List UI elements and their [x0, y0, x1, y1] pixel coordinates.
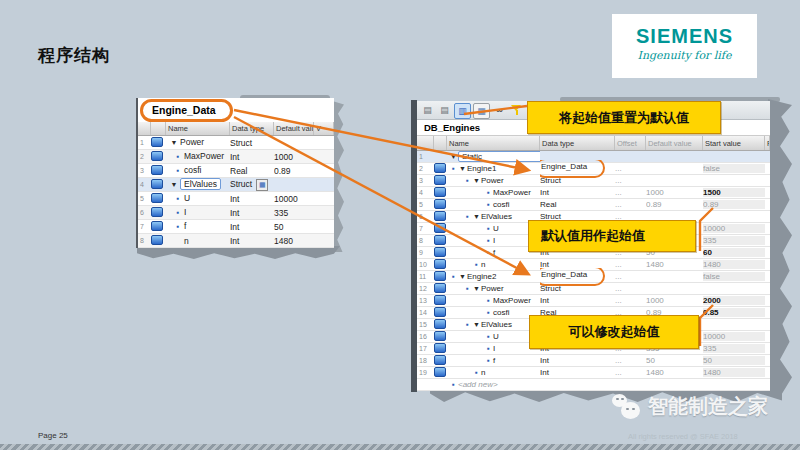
data-type[interactable]: Struct [230, 179, 252, 189]
variable-name[interactable]: n [481, 368, 485, 377]
default-value[interactable]: 50 [646, 356, 703, 365]
variable-name[interactable]: I [493, 344, 495, 353]
table-row[interactable]: 7 ▪f Int 50 [138, 220, 334, 234]
variable-name[interactable]: U [493, 224, 499, 233]
variable-name[interactable]: Power [481, 176, 504, 185]
expander-icon[interactable]: ▪▼ [463, 176, 481, 185]
expander-icon[interactable]: ▪▼ [463, 284, 481, 293]
column-header-visible[interactable]: V [314, 122, 334, 135]
expander-icon[interactable]: ▪ [484, 236, 493, 245]
expander-icon[interactable]: ▼ [168, 137, 180, 147]
variable-name[interactable]: MaxPower [493, 296, 531, 305]
table-row[interactable]: 18 ▪f Int ... 50 50 [417, 355, 770, 367]
filter-icon[interactable] [509, 103, 524, 117]
expander-icon[interactable]: ▼ [168, 179, 180, 189]
table-row[interactable]: ▪<add new> [417, 379, 770, 391]
expander-icon[interactable]: ▪ [484, 332, 493, 341]
data-type[interactable]: Real [540, 200, 556, 209]
default-value[interactable]: 1480 [646, 368, 703, 377]
snapshot-icon[interactable]: ∞ [492, 103, 507, 117]
expander-icon[interactable] [172, 236, 184, 246]
expander-icon[interactable]: ▪ [172, 221, 184, 231]
expander-icon[interactable]: ▪ [484, 200, 493, 209]
data-type[interactable]: Int [540, 188, 549, 197]
data-type[interactable]: Int [230, 222, 239, 232]
default-value[interactable]: 1000 [274, 152, 314, 162]
table-row[interactable]: 11 ▪▼Engine2 Engine_Data ... false [417, 271, 770, 283]
column-header-retain[interactable]: R [765, 136, 770, 150]
table-row[interactable]: 2 ▪MaxPower Int 1000 [138, 150, 334, 164]
default-value[interactable]: 335 [274, 208, 314, 218]
table-row[interactable]: 6 ▪I Int 335 [138, 206, 334, 220]
expander-icon[interactable]: ▪ [463, 368, 481, 377]
default-value[interactable]: 1000 [646, 296, 703, 305]
variable-name[interactable]: MaxPower [184, 151, 224, 161]
column-header-datatype[interactable]: Data type [230, 122, 274, 135]
table-row[interactable]: 4 ▼ElValues Struct [138, 178, 334, 192]
column-header-start[interactable]: Start value [703, 136, 765, 150]
variable-name[interactable]: f [184, 221, 186, 231]
variable-name[interactable]: n [481, 260, 485, 269]
expander-icon[interactable]: ▪ [172, 151, 184, 161]
variable-name[interactable]: f [493, 248, 495, 257]
variable-name[interactable]: Engine2 [467, 272, 496, 281]
variable-name[interactable]: n [184, 236, 189, 246]
variable-name[interactable]: Power [180, 137, 204, 147]
column-header-name[interactable]: Name [166, 122, 230, 135]
column-header-default[interactable]: Default value [646, 136, 703, 150]
table-row[interactable]: 5 ▪cosfi Real ... 0.89 0.89 [417, 199, 770, 211]
column-header-datatype[interactable]: Data type [540, 136, 615, 150]
table-row[interactable]: 4 ▪MaxPower Int ... 1000 1500 [417, 187, 770, 199]
add-row-icon[interactable]: ▤ [437, 103, 452, 117]
default-value[interactable]: 50 [274, 222, 314, 232]
table-row[interactable]: 8 n Int 1480 [138, 234, 334, 248]
variable-name[interactable]: cosfi [493, 200, 509, 209]
expander-icon[interactable]: ▪ [484, 356, 493, 365]
default-value[interactable]: 0.89 [646, 200, 703, 209]
default-value[interactable]: 10000 [274, 194, 314, 204]
variable-name[interactable]: <add new> [458, 380, 498, 389]
table-row[interactable]: 13 ▪MaxPower Int ... 1000 2000 [417, 295, 770, 307]
expander-icon[interactable]: ▪ [449, 380, 458, 389]
expander-icon[interactable]: ▼ [449, 152, 458, 161]
variable-name[interactable]: MaxPower [493, 188, 531, 197]
expander-icon[interactable]: ▪▼ [463, 212, 481, 221]
default-value[interactable]: 1000 [646, 188, 703, 197]
default-value[interactable]: 1480 [646, 260, 703, 269]
data-type[interactable]: Int [230, 152, 239, 162]
expander-icon[interactable]: ▪ [484, 248, 493, 257]
insert-row-icon[interactable]: ▤ [420, 103, 435, 117]
variable-name[interactable]: cosfi [184, 165, 201, 175]
data-type[interactable]: Struct [230, 138, 252, 148]
data-type[interactable]: Int [540, 356, 549, 365]
data-type[interactable]: Engine_Data [540, 268, 605, 286]
variable-name[interactable]: ElValues [180, 178, 221, 190]
expander-icon[interactable]: ▪ [172, 165, 184, 175]
expander-icon[interactable]: ▪▼ [449, 164, 467, 173]
table-row[interactable]: 1 ▼Power Struct [138, 136, 334, 150]
data-type[interactable]: Int [230, 208, 239, 218]
load-values-icon[interactable]: ▦ [473, 103, 490, 119]
expander-icon[interactable]: ▪ [484, 344, 493, 353]
column-header-default[interactable]: Default value [274, 122, 314, 135]
reset-start-values-icon[interactable]: ▥ [454, 103, 471, 119]
expander-icon[interactable]: ▪ [463, 260, 481, 269]
expander-icon[interactable]: ▪ [484, 296, 493, 305]
variable-name[interactable]: Engine1 [467, 164, 496, 173]
variable-name[interactable]: U [493, 332, 499, 341]
expander-icon[interactable]: ▪ [172, 193, 184, 203]
variable-name[interactable]: ElValues [481, 320, 512, 329]
table-row[interactable]: 3 ▪cosfi Real 0.89 [138, 164, 334, 178]
default-value[interactable]: 0.89 [274, 166, 314, 176]
variable-name[interactable]: Power [481, 284, 504, 293]
expander-icon[interactable]: ▪▼ [449, 272, 467, 281]
variable-name[interactable]: U [184, 193, 190, 203]
variable-name[interactable]: f [493, 356, 495, 365]
table-row[interactable]: 5 ▪U Int 10000 [138, 192, 334, 206]
expander-icon[interactable]: ▪ [484, 308, 493, 317]
variable-name[interactable]: I [184, 207, 186, 217]
data-type[interactable]: Int [540, 296, 549, 305]
table-row[interactable]: 19 ▪n Int ... 1480 1480 [417, 367, 770, 379]
expander-icon[interactable]: ▪ [172, 207, 184, 217]
expander-icon[interactable]: ▪ [484, 224, 493, 233]
